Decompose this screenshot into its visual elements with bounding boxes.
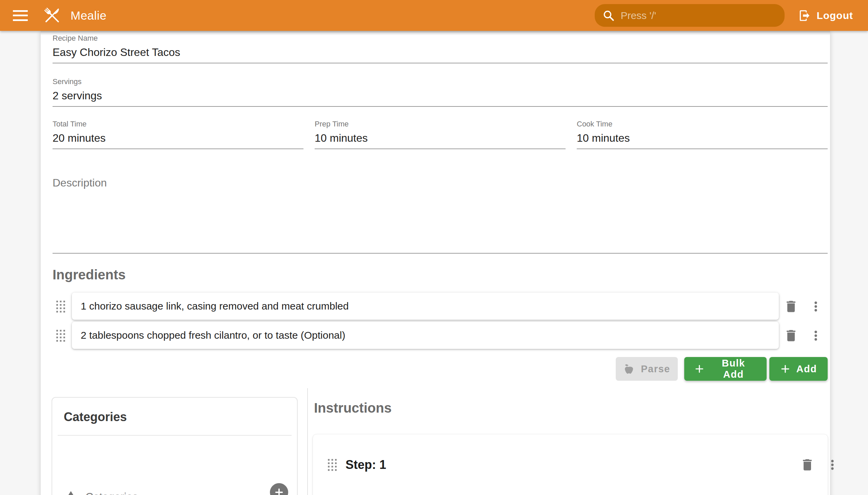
mealie-logo-icon <box>41 5 63 27</box>
categories-select[interactable]: Categories <box>62 485 266 495</box>
prep-time-field: Prep Time <box>314 120 565 149</box>
cook-time-label: Cook Time <box>577 120 828 129</box>
shapes-icon <box>64 490 78 495</box>
bulk-add-button[interactable]: Bulk Add <box>684 357 767 381</box>
ingredient-row <box>41 293 830 320</box>
delete-step-button[interactable] <box>798 455 817 474</box>
total-time-label: Total Time <box>53 120 304 129</box>
add-ingredient-button[interactable]: Add <box>769 357 828 381</box>
app-bar: Mealie Logout <box>0 0 868 31</box>
plus-icon <box>780 364 790 374</box>
delete-ingredient-button[interactable] <box>782 297 801 316</box>
recipe-name-input[interactable] <box>53 43 828 63</box>
ingredient-card <box>72 293 779 320</box>
drag-handle-icon[interactable] <box>326 458 338 472</box>
divider <box>58 435 292 436</box>
ingredients-heading: Ingredients <box>53 267 126 283</box>
logout-label: Logout <box>816 10 853 21</box>
chevron-down-icon <box>254 491 266 495</box>
servings-field: Servings <box>53 77 828 107</box>
servings-label: Servings <box>53 77 828 86</box>
search-bar[interactable] <box>595 4 785 27</box>
ingredient-menu-button[interactable] <box>806 297 825 316</box>
plus-icon <box>694 364 704 374</box>
delete-ingredient-button[interactable] <box>782 326 801 345</box>
bulk-add-label: Bulk Add <box>710 358 756 380</box>
description-field: Description <box>53 177 828 254</box>
search-icon <box>602 9 615 22</box>
step-header: Step: 1 <box>313 455 828 474</box>
categories-select-label: Categories <box>85 491 254 495</box>
total-time-field: Total Time <box>53 120 304 149</box>
logout-button[interactable]: Logout <box>794 6 858 25</box>
add-category-button[interactable] <box>270 483 288 495</box>
categories-card: Categories Categories <box>52 397 298 495</box>
prep-time-input[interactable] <box>314 129 565 149</box>
ingredient-input[interactable] <box>81 301 770 312</box>
ingredient-actions: Parse Bulk Add Add <box>616 357 828 381</box>
recipe-editor-card: Recipe Name Servings Total Time Prep Tim… <box>41 31 830 495</box>
drag-handle-icon[interactable] <box>55 329 66 342</box>
kebab-icon <box>808 328 823 343</box>
ingredient-input[interactable] <box>81 329 770 341</box>
recipe-name-label: Recipe Name <box>53 34 828 43</box>
ingredient-menu-button[interactable] <box>806 326 825 345</box>
column-divider <box>307 388 308 495</box>
total-time-input[interactable] <box>53 129 304 149</box>
servings-input[interactable] <box>53 86 828 106</box>
description-label: Description <box>53 177 828 189</box>
parse-label: Parse <box>641 363 670 375</box>
instruction-step-card: Step: 1 Combine crumbled chorizo and chi… <box>312 434 828 495</box>
cook-time-field: Cook Time <box>577 120 828 149</box>
cook-time-input[interactable] <box>577 129 828 149</box>
kebab-icon <box>825 457 840 472</box>
plus-icon <box>274 487 285 495</box>
drag-handle-icon[interactable] <box>55 300 66 313</box>
recipe-name-field: Recipe Name <box>53 34 828 63</box>
instructions-heading: Instructions <box>314 400 392 416</box>
kebab-icon <box>808 299 823 314</box>
add-label: Add <box>797 363 817 375</box>
logout-icon <box>798 9 811 22</box>
description-input[interactable] <box>53 193 828 253</box>
trash-icon <box>800 457 815 472</box>
step-menu-button[interactable] <box>823 455 842 474</box>
trash-icon <box>784 328 799 343</box>
ingredient-row <box>41 322 830 349</box>
parse-button[interactable]: Parse <box>616 357 678 381</box>
app-title: Mealie <box>70 9 106 22</box>
ingredient-card <box>72 322 779 349</box>
categories-heading: Categories <box>64 410 297 424</box>
prep-time-label: Prep Time <box>314 120 565 129</box>
trash-icon <box>784 299 799 314</box>
search-input[interactable] <box>620 10 777 21</box>
menu-icon[interactable] <box>13 10 28 21</box>
step-title: Step: 1 <box>345 458 386 472</box>
times-row: Total Time Prep Time Cook Time <box>53 120 828 149</box>
apple-icon <box>623 363 635 375</box>
